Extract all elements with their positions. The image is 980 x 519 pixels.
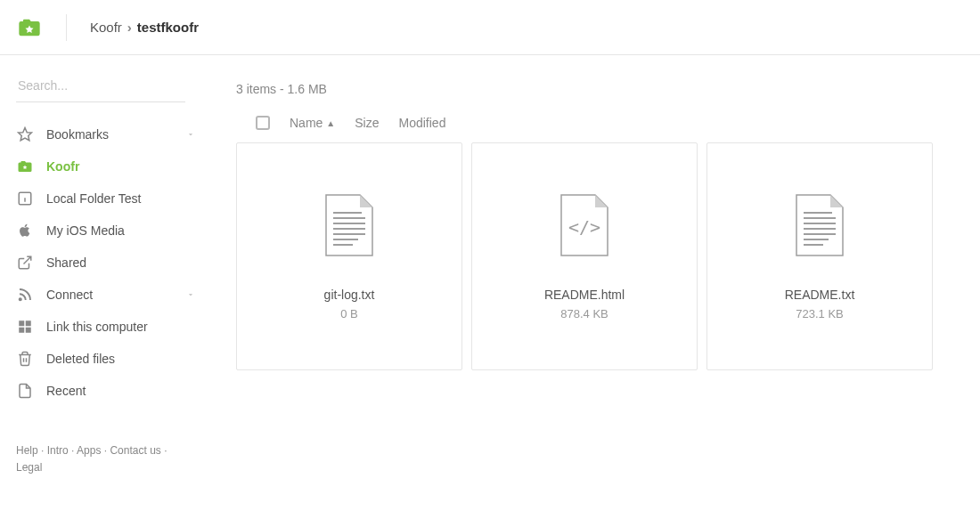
footer-link-help[interactable]: Help bbox=[16, 444, 38, 457]
footer-links: Help · Intro · Apps · Contact us · Legal bbox=[16, 442, 185, 476]
sidebar-item-label: Connect bbox=[46, 288, 93, 302]
column-modified-label: Modified bbox=[399, 116, 446, 130]
footer-link-legal[interactable]: Legal bbox=[16, 461, 42, 474]
file-card[interactable]: </>README.html878.4 KB bbox=[471, 142, 698, 370]
breadcrumb-root[interactable]: Koofr bbox=[90, 20, 122, 35]
svg-marker-0 bbox=[19, 128, 32, 141]
header: Koofr › testfkoofr bbox=[0, 0, 980, 55]
select-all-checkbox[interactable] bbox=[256, 116, 270, 130]
list-header: Name ▲ Size Modified bbox=[236, 116, 964, 130]
sidebar-item-label: Koofr bbox=[46, 159, 79, 174]
sidebar-item-my-ios-media[interactable]: My iOS Media bbox=[16, 215, 216, 247]
sidebar-item-koofr[interactable]: Koofr bbox=[16, 150, 216, 182]
sidebar-item-label: Link this computer bbox=[46, 320, 148, 334]
sidebar-item-shared[interactable]: Shared bbox=[16, 247, 216, 279]
svg-text:</>: </> bbox=[568, 216, 600, 238]
file-grid: git-log.txt0 B</>README.html878.4 KBREAD… bbox=[236, 142, 964, 370]
status-text: 3 items - 1.6 MB bbox=[236, 82, 964, 96]
sidebar-item-label: Recent bbox=[46, 384, 86, 398]
doc-icon bbox=[16, 382, 34, 400]
column-size[interactable]: Size bbox=[355, 116, 379, 130]
svg-line-4 bbox=[24, 256, 31, 264]
column-name-label: Name bbox=[290, 116, 323, 130]
footer-link-contact-us[interactable]: Contact us bbox=[110, 444, 160, 457]
sidebar: BookmarksKoofrLocal Folder TestMy iOS Me… bbox=[16, 71, 216, 476]
footer-link-intro[interactable]: Intro bbox=[47, 444, 69, 457]
rss-icon bbox=[16, 286, 34, 304]
sidebar-item-bookmarks[interactable]: Bookmarks bbox=[16, 118, 216, 150]
file-card[interactable]: README.txt723.1 KB bbox=[706, 142, 933, 370]
sidebar-item-label: Deleted files bbox=[46, 352, 115, 366]
grid-icon bbox=[16, 318, 34, 336]
column-name[interactable]: Name ▲ bbox=[290, 116, 335, 130]
text-file-icon bbox=[323, 193, 376, 257]
file-name: README.html bbox=[544, 288, 625, 302]
chevron-down-icon bbox=[186, 290, 195, 299]
sidebar-item-recent[interactable]: Recent bbox=[16, 375, 216, 407]
sidebar-item-connect[interactable]: Connect bbox=[16, 279, 216, 311]
bag-star-icon bbox=[16, 158, 34, 175]
svg-point-5 bbox=[20, 298, 21, 300]
sidebar-item-label: My iOS Media bbox=[46, 223, 125, 238]
app-logo[interactable] bbox=[16, 14, 43, 41]
footer-link-apps[interactable]: Apps bbox=[77, 444, 101, 457]
file-size: 878.4 KB bbox=[560, 307, 608, 320]
file-name: git-log.txt bbox=[324, 288, 375, 302]
info-square-icon bbox=[16, 190, 34, 207]
file-size: 723.1 KB bbox=[796, 307, 844, 320]
sidebar-item-local-folder-test[interactable]: Local Folder Test bbox=[16, 182, 216, 215]
star-icon bbox=[16, 126, 34, 143]
header-separator bbox=[66, 14, 67, 41]
sidebar-item-link-this-computer[interactable]: Link this computer bbox=[16, 311, 216, 343]
text-file-icon bbox=[793, 193, 846, 257]
breadcrumb-separator: › bbox=[127, 20, 132, 35]
code-file-icon: </> bbox=[558, 193, 611, 257]
breadcrumb: Koofr › testfkoofr bbox=[90, 20, 199, 35]
sidebar-item-label: Local Folder Test bbox=[46, 191, 141, 206]
main-content: 3 items - 1.6 MB Name ▲ Size Modified gi… bbox=[216, 71, 964, 476]
external-icon bbox=[16, 254, 34, 272]
svg-rect-9 bbox=[26, 328, 31, 333]
column-modified[interactable]: Modified bbox=[399, 116, 446, 130]
svg-rect-6 bbox=[19, 320, 24, 326]
apple-icon bbox=[16, 222, 34, 239]
file-size: 0 B bbox=[340, 307, 358, 320]
file-card[interactable]: git-log.txt0 B bbox=[236, 142, 462, 370]
sidebar-item-label: Shared bbox=[46, 255, 86, 270]
search-input[interactable] bbox=[16, 71, 185, 102]
svg-rect-7 bbox=[26, 320, 31, 326]
column-size-label: Size bbox=[355, 116, 379, 130]
svg-rect-8 bbox=[19, 328, 24, 333]
chevron-down-icon bbox=[186, 130, 195, 139]
breadcrumb-current: testfkoofr bbox=[137, 20, 199, 35]
sidebar-item-label: Bookmarks bbox=[46, 127, 109, 142]
trash-icon bbox=[16, 350, 34, 368]
file-name: README.txt bbox=[785, 288, 855, 302]
sidebar-item-deleted-files[interactable]: Deleted files bbox=[16, 343, 216, 375]
sort-asc-icon: ▲ bbox=[326, 118, 335, 128]
